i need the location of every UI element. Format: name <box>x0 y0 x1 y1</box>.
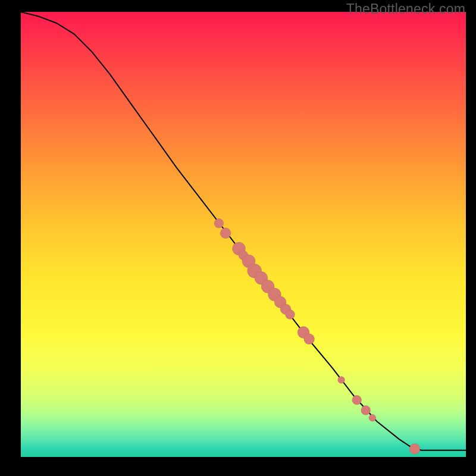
chart-container: TheBottleneck.com <box>0 0 476 476</box>
data-point <box>369 414 376 421</box>
data-point <box>286 310 295 320</box>
data-point <box>361 406 371 415</box>
data-point <box>352 395 362 405</box>
data-point <box>214 218 224 228</box>
data-point <box>304 334 315 345</box>
data-points <box>214 218 420 454</box>
chart-svg <box>0 0 476 476</box>
data-point <box>220 228 231 239</box>
data-point <box>338 377 345 384</box>
data-point <box>409 444 420 455</box>
curve-line <box>21 12 466 450</box>
